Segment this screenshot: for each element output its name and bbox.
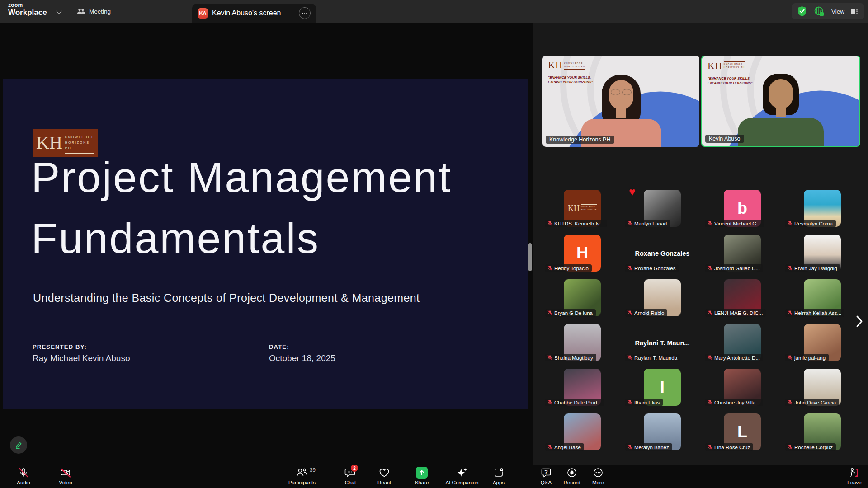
mic-muted-icon — [707, 399, 713, 405]
encryption-icon[interactable] — [813, 5, 825, 17]
participant-tile[interactable]: Christine Joy Villa... — [703, 369, 782, 412]
divider-line — [33, 336, 262, 336]
tab-meeting[interactable]: Meeting — [77, 0, 111, 23]
brand-zoom: zoom — [8, 2, 47, 8]
participant-tile[interactable]: Meralyn Banez — [623, 413, 702, 457]
mic-muted-icon — [787, 444, 793, 450]
annotate-button[interactable] — [10, 436, 27, 454]
participant-name-label: Rochelle Corpuz — [785, 443, 836, 451]
mic-muted-icon — [627, 399, 633, 405]
view-button-label[interactable]: View — [831, 8, 844, 15]
mic-muted-icon — [707, 355, 713, 361]
zoom-workplace-logo: zoom Workplace — [8, 2, 47, 16]
top-bar: zoom Workplace Meeting KA Kevin Abuso's … — [0, 0, 868, 23]
mic-muted-icon — [547, 221, 553, 226]
participant-tile[interactable]: LENJI MAE G. DIC... — [703, 279, 782, 323]
chevron-down-icon[interactable] — [56, 8, 62, 14]
video-tile-knowledge-horizons[interactable]: KH KNOWLEDGEHORIZONS PH "ENHANCE YOUR SK… — [542, 56, 699, 147]
leave-button[interactable]: Leave — [830, 467, 868, 485]
next-page-button[interactable] — [854, 311, 865, 332]
participant-name-label: Heirrah Kellah Ass... — [785, 309, 844, 317]
participant-tile[interactable]: KHKNOWLEDGEHORIZONS PHKHTDS_Kenneth Iv..… — [542, 190, 622, 233]
participant-tile[interactable]: Erwin Jay Daligdig — [783, 235, 862, 278]
participant-name-label: Reymalyn Coma — [785, 220, 836, 227]
participant-tile[interactable]: HHeddy Topacio — [542, 235, 622, 278]
participant-tile[interactable]: Roxane GonzalesRoxane Gonzales — [623, 235, 702, 278]
participant-name-label: Chabbe Dale Prud... — [545, 399, 604, 406]
mic-muted-icon — [627, 221, 633, 226]
participant-name-label: Mary Antoinette D... — [705, 354, 763, 361]
mic-muted-icon — [707, 310, 713, 316]
ka-avatar: KA — [198, 8, 208, 19]
participant-name-label: Christine Joy Villa... — [705, 399, 763, 406]
participant-tile[interactable]: Chabbe Dale Prud... — [542, 369, 622, 412]
participant-name-label: Erwin Jay Daligdig — [785, 264, 840, 272]
participant-tile[interactable]: Shaina Magtibay — [542, 324, 622, 367]
shared-screen-area: KH KNOWLEDGEHORIZONS PH Project Manageme… — [0, 23, 533, 465]
participant-tile[interactable]: Rochelle Corpuz — [783, 413, 862, 457]
mic-muted-icon — [787, 310, 793, 316]
participant-tile[interactable]: Reymalyn Coma — [783, 190, 862, 233]
participant-tile[interactable]: John Dave Garcia — [783, 369, 862, 412]
participant-tile[interactable]: Bryan G De luna — [542, 279, 622, 323]
tab-kevin-abuso-screen[interactable]: KA Kevin Abuso's screen — [192, 4, 316, 23]
presentation-slide: KH KNOWLEDGEHORIZONS PH Project Manageme… — [3, 79, 528, 409]
participant-tile[interactable]: Heirrah Kellah Ass... — [783, 279, 862, 323]
more-icon — [593, 467, 604, 478]
mic-muted-icon — [787, 355, 793, 361]
tab-options-button[interactable] — [299, 7, 311, 19]
tab-meeting-label: Meeting — [89, 8, 111, 15]
pencil-icon — [14, 441, 23, 450]
participant-tile[interactable]: bVincent Michael G... — [703, 190, 782, 233]
participants-button[interactable]: 39 Participants — [277, 467, 327, 485]
apps-button[interactable]: Apps — [474, 467, 524, 485]
mic-muted-icon — [787, 265, 793, 271]
mic-muted-icon — [707, 444, 713, 450]
people-icon — [77, 8, 85, 15]
heart-icon — [379, 467, 390, 478]
participant-tile[interactable]: jamie pal-ang — [783, 324, 862, 367]
mic-muted-icon — [627, 265, 633, 271]
security-shield-icon[interactable] — [797, 6, 807, 17]
participant-tile[interactable]: IIlham Elias — [623, 369, 702, 412]
mic-muted-icon — [707, 221, 713, 226]
participant-name-label: Joshlord Galieb C... — [705, 264, 763, 272]
scrollbar-thumb[interactable] — [528, 243, 532, 271]
share-icon — [416, 467, 428, 479]
participants-count: 39 — [310, 467, 316, 473]
participant-tile[interactable]: Mary Antoinette D... — [703, 324, 782, 367]
participant-name-label: Raylani T. Maunda — [625, 354, 680, 361]
participant-tile[interactable]: Angel Base — [542, 413, 622, 457]
apps-icon — [493, 467, 504, 478]
more-button[interactable]: More — [573, 467, 623, 485]
participant-name-label: Angel Base — [545, 443, 584, 451]
participant-tile[interactable]: Raylani T. Maun...Raylani T. Maunda — [623, 324, 702, 367]
participant-name-label: Arnold Rubio — [625, 309, 667, 317]
participant-name-label: Vincent Michael G... — [705, 220, 764, 227]
kh-backdrop-logo: KH KNOWLEDGEHORIZONS PH — [708, 61, 745, 71]
video-name-label: Knowledge Horizons PH — [546, 136, 614, 144]
participant-tile[interactable]: LLina Rose Cruz — [703, 413, 782, 457]
presented-by-label: PRESENTED BY: — [33, 343, 87, 350]
video-tile-kevin-abuso[interactable]: KH KNOWLEDGEHORIZONS PH "ENHANCE YOUR SK… — [701, 56, 860, 147]
mic-muted-icon — [547, 399, 553, 405]
participant-name-label: John Dave Garcia — [785, 399, 839, 406]
tab-screen-label: Kevin Abuso's screen — [212, 9, 281, 17]
participants-icon — [296, 467, 308, 478]
mic-muted-icon — [627, 355, 633, 361]
participant-tile[interactable]: Arnold Rubio — [623, 279, 702, 323]
presenter-name: Ray Michael Kevin Abuso — [33, 353, 130, 363]
participant-tile[interactable]: Joshlord Galieb C... — [703, 235, 782, 278]
participant-name-label: Meralyn Banez — [625, 443, 672, 451]
participant-name-label: Marilyn Laoad — [625, 220, 670, 227]
meeting-toolbar: Audio Video 39 — [0, 465, 868, 488]
video-name-label: Kevin Abuso — [705, 135, 744, 143]
video-button[interactable]: Video — [41, 467, 90, 485]
date-value: October 18, 2025 — [269, 353, 335, 363]
mic-muted-icon — [627, 310, 633, 316]
view-grid-icon[interactable] — [851, 8, 859, 15]
participant-name-label: Ilham Elias — [625, 399, 663, 406]
leave-icon — [849, 467, 860, 478]
mic-muted-icon — [707, 265, 713, 271]
participant-tile[interactable]: ♥Marilyn Laoad — [623, 190, 702, 233]
